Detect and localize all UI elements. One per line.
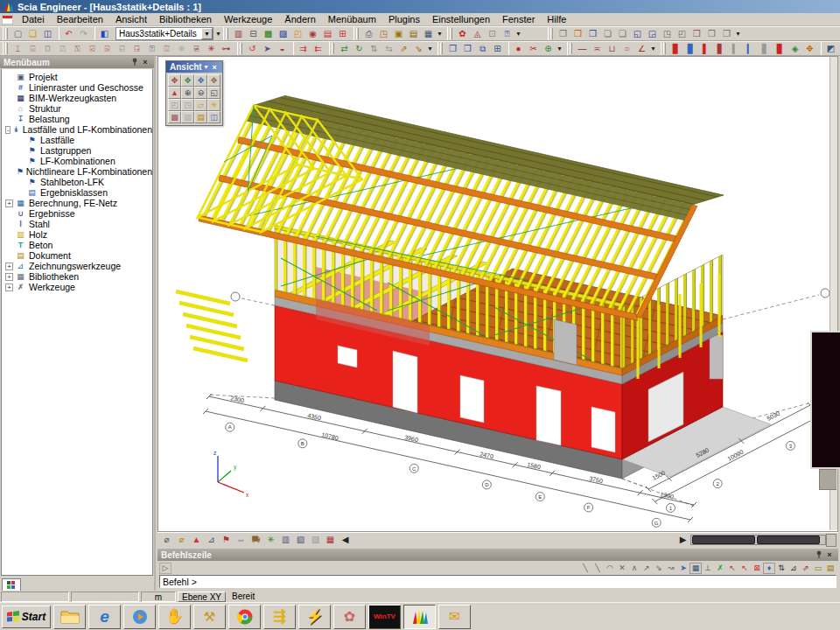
- snap-cross-icon[interactable]: ⊠: [751, 563, 763, 574]
- printer-setup-icon[interactable]: ⊟: [246, 27, 261, 40]
- taskbar-wintv[interactable]: WinTV: [368, 605, 401, 629]
- taskbar-tools-app[interactable]: ⚒: [193, 605, 226, 629]
- connect-icon[interactable]: ◬: [470, 27, 485, 40]
- tree-item-lf-kombinationen[interactable]: ⚑LF-Kombinationen: [4, 156, 152, 166]
- bim-icon[interactable]: ▩: [261, 27, 276, 40]
- terrain-icon[interactable]: ⊿: [204, 534, 219, 547]
- prop-b7-icon[interactable]: ▋: [758, 42, 773, 55]
- combo-more-dropdown[interactable]: ▼: [214, 27, 222, 40]
- menu-einstellungen[interactable]: Einstellungen: [426, 13, 496, 25]
- pick-cursor-icon[interactable]: ▷: [159, 563, 172, 574]
- paste-1-icon[interactable]: ❐: [445, 42, 460, 55]
- folder-plus-icon[interactable]: ⊕: [541, 42, 556, 55]
- zoom-all-icon[interactable]: ◰: [168, 99, 181, 111]
- prop-b6-icon[interactable]: ▎: [743, 42, 758, 55]
- taskbar-internet-explorer[interactable]: e: [88, 605, 121, 629]
- tree-item-lastfaelle[interactable]: ⚑Lastfälle: [4, 135, 152, 145]
- tree-item-stahlbeton-lfk[interactable]: ⚑Stahlbeton-LFK: [4, 177, 152, 187]
- toolbar-grip[interactable]: [5, 43, 8, 54]
- light-toggle-icon[interactable]: ☀: [207, 99, 220, 111]
- load-panel-icon[interactable]: ⍐: [144, 42, 159, 55]
- taskbar-chrome[interactable]: [228, 605, 261, 629]
- gallery-icon[interactable]: ◰: [290, 27, 305, 40]
- snap-point-icon[interactable]: ♦: [763, 563, 775, 574]
- zoom-out-icon[interactable]: ⊖: [194, 87, 207, 99]
- shading-icon[interactable]: ▨: [181, 111, 194, 123]
- picture-gallery-icon[interactable]: ▣: [391, 27, 406, 40]
- menu-ansicht[interactable]: Ansicht: [109, 13, 153, 25]
- tree-item-lastfaelle-lfk[interactable]: -↡Lastfälle und LF-Kombinationen: [4, 124, 152, 135]
- collapse-left-icon[interactable]: ◀: [338, 534, 353, 547]
- xml-icon[interactable]: ▨: [276, 27, 290, 40]
- plate-icon[interactable]: ⍇: [115, 42, 130, 55]
- render-icon[interactable]: ◉: [305, 27, 320, 40]
- pin-icon[interactable]: [814, 550, 824, 560]
- star-icon[interactable]: ✳: [263, 534, 278, 547]
- view-window-1-icon[interactable]: ❐: [556, 27, 570, 40]
- grid-snap-icon[interactable]: ▦: [690, 563, 702, 574]
- snap-tangent-icon[interactable]: ↝: [665, 563, 677, 574]
- flag-icon[interactable]: ⚑: [219, 534, 234, 547]
- view-window-6-icon[interactable]: ◱: [630, 27, 645, 40]
- toolbar-grip[interactable]: [226, 28, 228, 39]
- zoom-selection-icon[interactable]: ◳: [181, 99, 194, 111]
- hscroll-thumb-2[interactable]: [757, 536, 820, 544]
- dim-auto-icon[interactable]: ⇔: [234, 534, 248, 547]
- prop-b2-icon[interactable]: ▊: [683, 42, 698, 55]
- document-icon[interactable]: ▤: [406, 27, 421, 40]
- tree-item-berechnung[interactable]: +▦Berechnung, FE-Netz: [4, 198, 152, 208]
- tree-item-bibliotheken[interactable]: +▦Bibliotheken: [4, 271, 152, 282]
- check-structure-icon[interactable]: ✿: [455, 27, 470, 40]
- hinge-icon[interactable]: ⌾: [174, 42, 189, 55]
- filter-icon[interactable]: ◒: [275, 42, 290, 55]
- line-icon[interactable]: —: [575, 42, 590, 55]
- snap-edge-icon[interactable]: ⊿: [788, 563, 800, 574]
- tree-item-bim[interactable]: ▦BIM-Werkzeugkasten: [4, 93, 152, 103]
- overlay-window-dark[interactable]: [810, 331, 840, 469]
- expand-icon[interactable]: +: [5, 273, 13, 281]
- view-axo-2-icon[interactable]: ✥: [181, 74, 194, 87]
- toolbar-grip[interactable]: [440, 43, 443, 54]
- expand-icon[interactable]: +: [5, 200, 13, 207]
- save-view-icon[interactable]: ◩: [823, 42, 838, 55]
- snap-arc-icon[interactable]: ◠: [604, 563, 616, 574]
- view-window-5-icon[interactable]: ❏: [615, 27, 630, 40]
- open-view-icon[interactable]: ▱: [194, 99, 207, 111]
- tree-item-struktur[interactable]: ⌂Struktur: [4, 103, 152, 114]
- slab-icon[interactable]: ⌼: [40, 42, 55, 55]
- connect-members-icon[interactable]: ⊶: [219, 42, 234, 55]
- view-palette-header[interactable]: Ansicht ▼ ×: [166, 61, 222, 73]
- toolbar-grip[interactable]: [356, 28, 359, 39]
- zoom-window-icon[interactable]: ◱: [207, 87, 220, 99]
- redo-icon[interactable]: ↷: [76, 27, 91, 40]
- palette-close-icon[interactable]: ×: [210, 63, 219, 72]
- menu-bibliotheken[interactable]: Bibliotheken: [153, 13, 218, 25]
- prop-b1-icon[interactable]: ▊: [668, 42, 683, 55]
- view-axo-3-icon[interactable]: ✥: [194, 74, 207, 87]
- prop-move-icon[interactable]: ✥: [802, 42, 817, 55]
- tree-item-lastgruppen[interactable]: ⚑Lastgruppen: [4, 145, 152, 156]
- snap-table-icon[interactable]: ▤: [824, 563, 836, 574]
- start-button[interactable]: Start: [2, 606, 51, 628]
- save-icon[interactable]: ◫: [40, 27, 55, 40]
- wall-icon[interactable]: ⍁: [55, 42, 70, 55]
- angle-icon[interactable]: ∠: [634, 42, 649, 55]
- mirror-icon[interactable]: ⇅: [367, 42, 382, 55]
- cursor-pick-icon[interactable]: ➤: [677, 563, 690, 574]
- column-icon[interactable]: ⌶: [10, 42, 25, 55]
- tree-item-belastung[interactable]: ↧Belastung: [4, 114, 152, 124]
- snap-toggle-icon[interactable]: ⇅: [775, 563, 788, 574]
- hscroll-thumb-1[interactable]: [692, 536, 755, 544]
- palette-dropdown-icon[interactable]: ▼: [202, 64, 211, 70]
- opening-icon[interactable]: ⍂: [70, 42, 85, 55]
- overlay-window-stub[interactable]: [819, 469, 836, 490]
- frame-icon[interactable]: ⍃: [85, 42, 100, 55]
- prop-b3-icon[interactable]: ▌: [698, 42, 713, 55]
- window-split-icon[interactable]: ◧: [97, 27, 112, 40]
- close-panel-icon[interactable]: ×: [824, 550, 835, 559]
- dot-red-icon[interactable]: ●: [511, 42, 526, 55]
- view-window-3-icon[interactable]: ❐: [585, 27, 600, 40]
- machine-icon[interactable]: ⛟: [248, 534, 263, 547]
- menu-werkzeuge[interactable]: Werkzeuge: [218, 13, 278, 25]
- prop-b4-icon[interactable]: ▋: [713, 42, 728, 55]
